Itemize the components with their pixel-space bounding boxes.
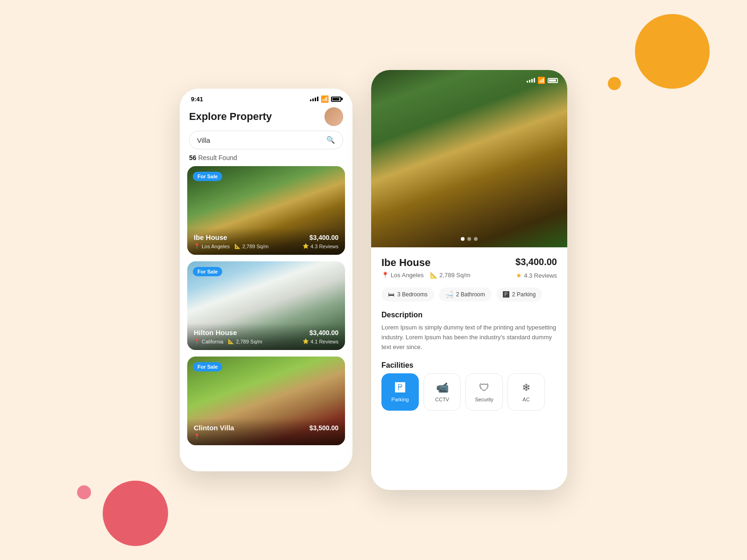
facilities-title: Facilities — [381, 361, 557, 370]
card-overlay-1: Ibe House $3,400.00 📍 Los Angeles 📐 2,78… — [187, 228, 345, 255]
right-phone: 📶 Ibe House $3,400.00 📍 Los Angeles 📐 2,… — [371, 70, 567, 490]
card-title-1: Ibe House — [194, 233, 227, 241]
property-card-2[interactable]: For Sale Hilton House $3,400.00 📍 Califo… — [187, 261, 345, 350]
time-left: 9:41 — [191, 96, 203, 103]
card-location-2: 📍 California — [194, 338, 223, 344]
deco-circle-orange-small — [608, 77, 621, 90]
bath-icon: 🛁 — [445, 291, 453, 298]
hero-status-icons: 📶 — [527, 77, 558, 84]
facility-parking-label: Parking — [391, 397, 409, 402]
security-icon: 🛡 — [479, 382, 489, 394]
detail-title-row: Ibe House $3,400.00 — [381, 257, 557, 269]
card-area-2: 📐 2,789 Sq/m — [228, 338, 262, 344]
card-top-row-1: Ibe House $3,400.00 — [194, 233, 338, 241]
avatar-image — [324, 107, 343, 126]
avatar[interactable] — [324, 107, 343, 126]
detail-rating: ★ 4.3 Reviews — [516, 272, 557, 279]
card-area-1: 📐 2,789 Sq/m — [234, 243, 268, 249]
facility-cctv-label: CCTV — [435, 397, 449, 402]
for-sale-badge-1: For Sale — [193, 172, 222, 181]
star-icon: ★ — [516, 272, 522, 279]
amenity-bedrooms: 🛏 3 Bedrooms — [381, 287, 434, 301]
page-title: Explore Property — [189, 111, 272, 123]
status-bar-left: 9:41 📶 — [180, 89, 352, 103]
deco-circle-orange-large — [635, 14, 710, 89]
amenity-bathroom-label: 2 Bathroom — [456, 291, 485, 298]
hero-status-bar: 📶 — [371, 70, 567, 84]
cctv-icon: 📹 — [436, 382, 449, 394]
card-meta-3: 📍 — [194, 434, 338, 440]
search-value: Villa — [197, 136, 210, 144]
card-title-2: Hilton House — [194, 329, 237, 336]
battery-icon — [331, 97, 341, 102]
card-meta-1: 📍 Los Angeles 📐 2,789 Sq/m ⭐ 4.3 Reviews — [194, 243, 338, 249]
wifi-icon-right: 📶 — [537, 77, 545, 84]
amenities-row: 🛏 3 Bedrooms 🛁 2 Bathroom 🅿 2 Parking — [381, 287, 557, 301]
description-text: Lorem Ipsum is simply dummy text of the … — [381, 323, 557, 352]
results-label: Result Found — [198, 154, 237, 161]
signal-icon — [310, 97, 318, 101]
card-price-3: $3,500.00 — [310, 424, 338, 432]
amenity-bedrooms-label: 3 Bedrooms — [397, 291, 428, 298]
hero-dots — [461, 237, 478, 241]
card-location-3: 📍 — [194, 434, 200, 440]
card-price-2: $3,400.00 — [310, 329, 338, 336]
wifi-icon: 📶 — [321, 95, 329, 103]
card-overlay-3: Clinton Villa $3,500.00 📍 — [187, 418, 345, 445]
card-rating-2: ⭐ 4.1 Reviews — [303, 338, 338, 344]
card-top-row-2: Hilton House $3,400.00 — [194, 329, 338, 336]
search-icon[interactable]: 🔍 — [326, 136, 335, 144]
facility-security-label: Security — [475, 397, 493, 402]
detail-price: $3,400.00 — [515, 257, 557, 267]
status-icons-left: 📶 — [310, 95, 341, 103]
for-sale-badge-2: For Sale — [193, 267, 222, 276]
parking-icon: 🅿 — [503, 291, 509, 298]
detail-content: Ibe House $3,400.00 📍 Los Angeles 📐 2,78… — [371, 247, 567, 420]
card-meta-left-1: 📍 Los Angeles 📐 2,789 Sq/m — [194, 243, 268, 249]
card-meta-left-2: 📍 California 📐 2,789 Sq/m — [194, 338, 262, 344]
facility-ac[interactable]: ❄ AC — [507, 373, 545, 411]
property-card-3[interactable]: For Sale Clinton Villa $3,500.00 📍 — [187, 357, 345, 445]
detail-meta-left: 📍 Los Angeles 📐 2,789 Sq/m — [381, 272, 471, 279]
property-card-1[interactable]: For Sale Ibe House $3,400.00 📍 Los Angel… — [187, 166, 345, 255]
detail-reviews: 4.3 Reviews — [524, 272, 557, 279]
deco-circle-red — [103, 481, 168, 546]
deco-circle-pink — [77, 485, 91, 499]
hero-dot-3[interactable] — [474, 237, 478, 241]
ac-icon: ❄ — [522, 382, 530, 394]
description-title: Description — [381, 311, 557, 319]
facility-ac-label: AC — [522, 397, 529, 402]
card-title-3: Clinton Villa — [194, 424, 234, 432]
amenity-bathroom: 🛁 2 Bathroom — [439, 287, 492, 301]
card-meta-left-3: 📍 — [194, 434, 200, 440]
left-phone: 9:41 📶 Explore Property Villa 🔍 56 Resul… — [180, 89, 352, 471]
card-top-row-3: Clinton Villa $3,500.00 — [194, 424, 338, 432]
facility-parking[interactable]: 🅿 Parking — [381, 373, 419, 411]
card-price-1: $3,400.00 — [310, 234, 338, 241]
card-location-1: 📍 Los Angeles — [194, 243, 230, 249]
hero-dot-2[interactable] — [467, 237, 471, 241]
signal-icon-right — [527, 78, 535, 83]
battery-icon-right — [548, 78, 558, 83]
parking-facility-icon: 🅿 — [395, 382, 405, 394]
property-hero: 📶 — [371, 70, 567, 247]
search-bar[interactable]: Villa 🔍 — [189, 131, 343, 149]
facility-cctv[interactable]: 📹 CCTV — [423, 373, 461, 411]
phone-header-left: Explore Property — [180, 103, 352, 131]
results-number: 56 — [189, 154, 197, 161]
property-list: For Sale Ibe House $3,400.00 📍 Los Angel… — [180, 166, 352, 445]
for-sale-badge-3: For Sale — [193, 362, 222, 371]
detail-meta: 📍 Los Angeles 📐 2,789 Sq/m ★ 4.3 Reviews — [381, 272, 557, 279]
card-rating-1: ⭐ 4.3 Reviews — [303, 243, 338, 249]
amenity-parking-label: 2 Parking — [512, 291, 536, 298]
card-overlay-2: Hilton House $3,400.00 📍 California 📐 2,… — [187, 323, 345, 350]
detail-title: Ibe House — [381, 257, 430, 269]
card-meta-2: 📍 California 📐 2,789 Sq/m ⭐ 4.1 Reviews — [194, 338, 338, 344]
facility-security[interactable]: 🛡 Security — [465, 373, 503, 411]
detail-area: 📐 2,789 Sq/m — [430, 272, 470, 279]
results-count: 56 Result Found — [180, 154, 352, 166]
hero-dot-1[interactable] — [461, 237, 465, 241]
bed-icon: 🛏 — [388, 291, 395, 298]
amenity-parking: 🅿 2 Parking — [496, 287, 543, 301]
facilities-grid: 🅿 Parking 📹 CCTV 🛡 Security ❄ AC — [381, 373, 557, 411]
